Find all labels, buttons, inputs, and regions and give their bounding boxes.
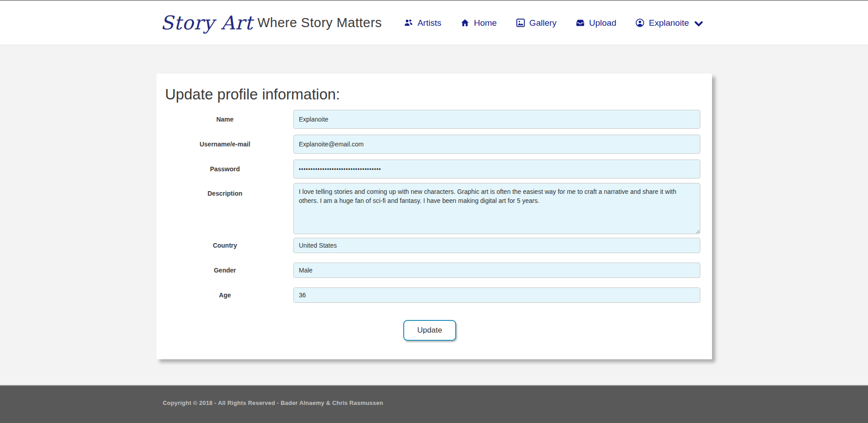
name-label: Name	[216, 116, 233, 123]
form-row-name: Name	[156, 110, 712, 129]
form-row-country: Country	[156, 238, 712, 253]
form-actions: Update	[403, 320, 712, 341]
age-input[interactable]	[293, 287, 700, 303]
user-circle-icon	[635, 18, 645, 28]
home-icon	[460, 18, 470, 28]
nav-label: Artists	[417, 18, 441, 28]
username-label: Username/e-mail	[199, 141, 250, 148]
gender-input[interactable]	[293, 263, 700, 278]
site-header: Story Art Where Story Matters Artists Ho…	[0, 1, 868, 45]
form-row-gender: Gender	[156, 263, 712, 278]
description-label: Description	[208, 190, 242, 197]
nav-label: Explanoite	[649, 18, 689, 28]
form-row-password: Password	[156, 160, 712, 179]
nav-item-artists[interactable]: Artists	[404, 18, 441, 28]
site-footer: Copyright © 2018 - All Rights Reserved -…	[0, 385, 868, 423]
page-title: Update profile information:	[156, 74, 712, 103]
update-profile-form: Name Username/e-mail Password Descriptio…	[156, 110, 712, 341]
nav-item-upload[interactable]: Upload	[576, 18, 616, 28]
name-input[interactable]	[293, 110, 700, 129]
nav-item-home[interactable]: Home	[460, 18, 497, 28]
nav-label: Gallery	[529, 18, 557, 28]
username-email-input[interactable]	[293, 135, 700, 154]
update-button[interactable]: Update	[403, 320, 456, 341]
nav-label: Home	[474, 18, 497, 28]
gender-label: Gender	[214, 267, 236, 274]
form-row-age: Age	[156, 287, 712, 303]
site-logo[interactable]: Story Art Where Story Matters	[160, 14, 382, 33]
main-nav: Artists Home Gallery Upload Explanoite	[404, 18, 702, 28]
upload-icon	[576, 18, 585, 28]
chevron-down-icon	[694, 19, 702, 27]
country-input[interactable]	[293, 238, 700, 253]
logo-script-text: Story Art	[160, 14, 253, 33]
gallery-icon	[516, 18, 525, 28]
form-row-description: Description I love telling stories and c…	[156, 183, 712, 234]
age-label: Age	[219, 291, 231, 299]
users-icon	[404, 18, 413, 28]
update-profile-card: Update profile information: Name Usernam…	[156, 74, 712, 359]
nav-item-gallery[interactable]: Gallery	[516, 18, 557, 28]
country-label: Country	[213, 242, 237, 249]
password-input[interactable]	[293, 160, 700, 179]
nav-item-user-menu[interactable]: Explanoite	[635, 18, 702, 28]
copyright-text: Copyright © 2018 - All Rights Reserved -…	[163, 400, 868, 406]
page-body: Update profile information: Name Usernam…	[0, 45, 868, 385]
nav-label: Upload	[589, 18, 616, 28]
form-row-username: Username/e-mail	[156, 135, 712, 154]
logo-tagline: Where Story Matters	[257, 15, 382, 30]
description-textarea[interactable]: I love telling stories and coming up wit…	[293, 183, 700, 234]
password-label: Password	[210, 165, 240, 173]
